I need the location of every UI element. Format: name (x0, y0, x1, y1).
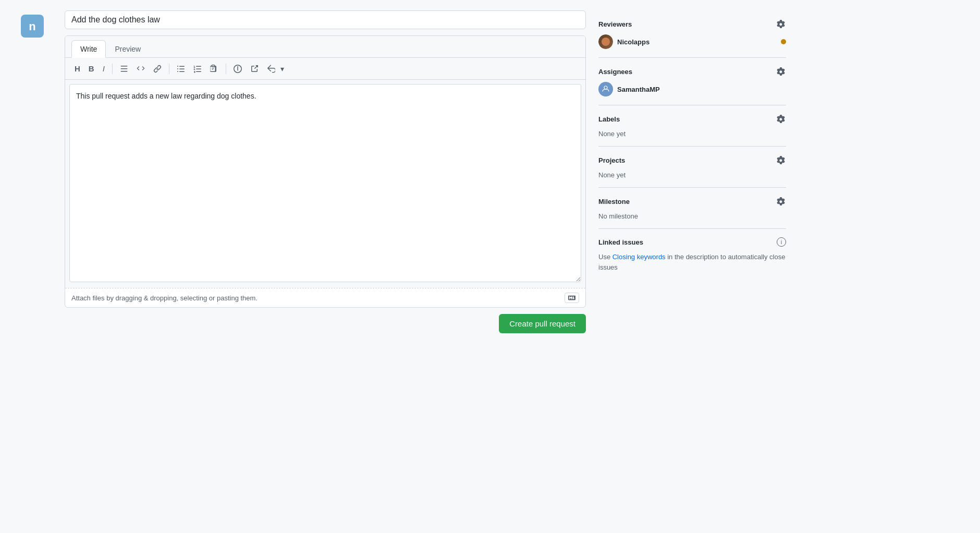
undo-button[interactable] (264, 63, 278, 75)
milestone-gear-button[interactable] (776, 196, 786, 207)
assignees-gear-button[interactable] (776, 66, 786, 77)
projects-title: Projects (598, 156, 625, 164)
textarea-area: This pull request adds a new law regardi… (65, 80, 585, 288)
toolbar-separator-1 (112, 64, 113, 74)
assignee-avatar-icon (601, 84, 611, 94)
github-logo: n (21, 15, 44, 38)
assignee-avatar (598, 82, 613, 96)
logo-area: n (21, 10, 52, 39)
tabs: Write Preview (65, 36, 585, 58)
labels-header: Labels (598, 114, 786, 124)
sidebar-section-reviewers: Reviewers Nicolapps (598, 10, 786, 58)
create-pull-request-button[interactable]: Create pull request (499, 314, 586, 333)
toolbar: H B I (65, 58, 585, 80)
tab-preview[interactable]: Preview (106, 40, 150, 58)
toolbar-separator-2 (169, 64, 169, 74)
linked-issues-header: Linked issues i (598, 237, 786, 247)
markdown-icon (565, 293, 579, 303)
labels-value: None yet (598, 130, 626, 138)
milestone-value: No milestone (598, 212, 638, 220)
reviewer-row: Nicolapps (598, 34, 786, 49)
assignees-header: Assignees (598, 66, 786, 77)
assignee-row: SamanthaMP (598, 82, 786, 96)
labels-title: Labels (598, 115, 620, 123)
projects-header: Projects (598, 155, 786, 165)
assignees-title: Assignees (598, 68, 632, 76)
undo-dropdown[interactable]: ▾ (280, 65, 284, 73)
gear-icon (777, 67, 785, 76)
labels-gear-button[interactable] (776, 114, 786, 124)
editor-container: Write Preview H B I (65, 35, 586, 308)
linked-issues-info-icon: i (777, 237, 786, 247)
heading-button[interactable]: H (71, 62, 83, 75)
reviewers-title: Reviewers (598, 20, 632, 28)
reviewers-header: Reviewers (598, 19, 786, 29)
reviewer-avatar (598, 34, 613, 49)
sidebar-section-milestone: Milestone No milestone (598, 188, 786, 229)
title-input[interactable] (65, 10, 586, 29)
linked-issues-title: Linked issues (598, 238, 643, 246)
gear-icon (777, 115, 785, 123)
sidebar-section-labels: Labels None yet (598, 105, 786, 147)
toolbar-separator-3 (226, 64, 226, 74)
assignee-name: SamanthaMP (617, 86, 660, 93)
gear-icon (777, 156, 785, 164)
projects-value: None yet (598, 171, 626, 179)
gear-icon (777, 197, 785, 205)
projects-gear-button[interactable] (776, 155, 786, 165)
svg-text:n: n (29, 20, 35, 33)
quote-button[interactable] (117, 63, 131, 75)
italic-button[interactable]: I (100, 62, 108, 75)
gear-icon (777, 20, 785, 28)
sidebar-section-projects: Projects None yet (598, 147, 786, 188)
submit-row: Create pull request (65, 308, 586, 335)
ordered-list-button[interactable] (190, 63, 205, 75)
unordered-list-button[interactable] (174, 63, 188, 75)
sidebar-section-linked-issues: Linked issues i Use Closing keywords in … (598, 229, 786, 281)
closing-keywords-link[interactable]: Closing keywords (612, 253, 666, 261)
linked-issues-text: Use Closing keywords in the description … (598, 252, 786, 272)
mention-button[interactable] (230, 63, 245, 75)
cross-ref-button[interactable] (247, 63, 262, 75)
main-content: Write Preview H B I (65, 10, 586, 335)
reviewer-name: Nicolapps (617, 38, 650, 46)
sidebar-section-assignees: Assignees SamanthaMP (598, 58, 786, 105)
link-button[interactable] (150, 63, 165, 75)
reviewers-gear-button[interactable] (776, 19, 786, 29)
sidebar: Reviewers Nicolapps Assignees (598, 10, 786, 281)
bold-button[interactable]: B (85, 62, 97, 75)
code-button[interactable] (133, 63, 148, 75)
milestone-header: Milestone (598, 196, 786, 207)
milestone-title: Milestone (598, 198, 630, 205)
task-list-button[interactable] (207, 63, 222, 75)
tab-write[interactable]: Write (71, 40, 106, 58)
reviewer-status-dot (781, 39, 786, 44)
description-textarea[interactable]: This pull request adds a new law regardi… (69, 84, 581, 282)
attach-bar: Attach files by dragging & dropping, sel… (65, 288, 585, 307)
attach-text: Attach files by dragging & dropping, sel… (71, 294, 258, 302)
